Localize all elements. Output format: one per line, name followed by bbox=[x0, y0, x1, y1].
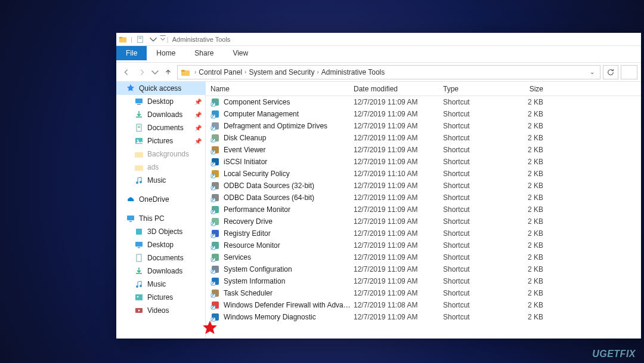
file-size: 2 KB bbox=[509, 170, 550, 178]
file-row[interactable]: System Configuration12/7/2019 11:09 AMSh… bbox=[206, 263, 641, 275]
file-list-pane: Name Date modified Type Size Component S… bbox=[206, 82, 641, 339]
file-row[interactable]: ODBC Data Sources (32-bit)12/7/2019 11:0… bbox=[206, 180, 641, 192]
desktop-icon bbox=[134, 240, 144, 250]
file-row[interactable]: Services12/7/2019 11:09 AMShortcut2 KB bbox=[206, 251, 641, 263]
svg-rect-9 bbox=[137, 104, 141, 105]
svg-rect-15 bbox=[135, 152, 143, 158]
file-row[interactable]: Event Viewer12/7/2019 11:09 AMShortcut2 … bbox=[206, 144, 641, 156]
file-icon bbox=[210, 97, 220, 107]
svg-rect-5 bbox=[160, 35, 165, 36]
sidebar-item-desktop[interactable]: Desktop bbox=[116, 238, 205, 251]
separator: | bbox=[131, 36, 132, 43]
sidebar-item-documents[interactable]: Documents bbox=[116, 251, 205, 264]
chevron-down-icon[interactable] bbox=[149, 35, 155, 44]
tab-view[interactable]: View bbox=[223, 46, 258, 60]
file-size: 2 KB bbox=[509, 110, 550, 118]
customize-qat-icon[interactable] bbox=[159, 35, 163, 44]
pictures-icon bbox=[134, 293, 144, 302]
svg-point-26 bbox=[140, 285, 142, 287]
sidebar-item-this-pc[interactable]: This PC bbox=[116, 212, 205, 225]
file-row[interactable]: Windows Defender Firewall with Advanc...… bbox=[206, 299, 641, 311]
file-row[interactable]: Performance Monitor12/7/2019 11:09 AMSho… bbox=[206, 204, 641, 216]
sidebar-item-pictures[interactable]: Pictures bbox=[116, 291, 205, 304]
sidebar-item-documents[interactable]: Documents 📌 bbox=[116, 121, 205, 134]
file-row[interactable]: ODBC Data Sources (64-bit)12/7/2019 11:0… bbox=[206, 192, 641, 204]
sidebar-item-3d-objects[interactable]: 3D Objects bbox=[116, 225, 205, 238]
address-bar[interactable]: › Control Panel › System and Security › … bbox=[177, 65, 600, 79]
refresh-button[interactable] bbox=[603, 65, 618, 79]
file-name: Performance Monitor bbox=[224, 205, 354, 214]
sidebar-item-label: Downloads bbox=[147, 110, 182, 119]
file-row[interactable]: Task Scheduler12/7/2019 11:09 AMShortcut… bbox=[206, 287, 641, 299]
music-icon bbox=[134, 176, 144, 185]
sidebar-item-recent[interactable]: ads bbox=[116, 161, 205, 174]
file-icon bbox=[210, 312, 220, 322]
sidebar-item-music[interactable]: Music bbox=[116, 278, 205, 291]
chevron-right-icon[interactable]: › bbox=[244, 69, 246, 75]
column-header-type[interactable]: Type bbox=[443, 85, 509, 93]
column-header-size[interactable]: Size bbox=[509, 85, 550, 93]
file-row[interactable]: Recovery Drive12/7/2019 11:09 AMShortcut… bbox=[206, 216, 641, 227]
sidebar-item-quick-access[interactable]: Quick access bbox=[116, 82, 205, 95]
file-type: Shortcut bbox=[443, 193, 509, 202]
properties-icon[interactable] bbox=[136, 35, 144, 44]
sidebar-item-pictures[interactable]: Pictures 📌 bbox=[116, 134, 205, 147]
file-row[interactable]: Computer Management12/7/2019 11:09 AMSho… bbox=[206, 108, 641, 120]
file-row[interactable]: iSCSI Initiator12/7/2019 11:09 AMShortcu… bbox=[206, 156, 641, 168]
file-list[interactable]: Component Services12/7/2019 11:09 AMShor… bbox=[206, 96, 641, 339]
breadcrumb[interactable]: Control Panel bbox=[199, 68, 242, 76]
sidebar-item-videos[interactable]: Videos bbox=[116, 304, 205, 317]
file-date: 12/7/2019 11:09 AM bbox=[354, 193, 443, 202]
file-name: Defragment and Optimize Drives bbox=[224, 122, 354, 130]
file-date: 12/7/2019 11:09 AM bbox=[354, 134, 443, 142]
address-dropdown[interactable]: ⌄ bbox=[586, 69, 599, 75]
back-button[interactable] bbox=[120, 66, 133, 79]
file-icon bbox=[210, 133, 220, 143]
file-row[interactable]: Disk Cleanup12/7/2019 11:09 AMShortcut2 … bbox=[206, 132, 641, 144]
file-name: Event Viewer bbox=[224, 146, 354, 154]
file-row[interactable]: Windows Memory Diagnostic12/7/2019 11:09… bbox=[206, 311, 641, 323]
file-date: 12/7/2019 11:09 AM bbox=[354, 229, 443, 238]
sidebar-item-downloads[interactable]: Downloads 📌 bbox=[116, 108, 205, 121]
breadcrumb[interactable]: System and Security bbox=[249, 68, 314, 76]
breadcrumb[interactable]: Administrative Tools bbox=[321, 68, 385, 76]
column-header-name[interactable]: Name bbox=[210, 85, 354, 93]
sidebar-item-onedrive[interactable]: OneDrive bbox=[116, 193, 205, 206]
file-row[interactable]: Defragment and Optimize Drives12/7/2019 … bbox=[206, 120, 641, 132]
file-icon bbox=[210, 193, 220, 202]
file-name: Task Scheduler bbox=[224, 289, 354, 297]
navigation-pane[interactable]: Quick access Desktop 📌 Downloads 📌 Docum… bbox=[116, 82, 206, 339]
recent-locations-button[interactable] bbox=[151, 66, 159, 79]
videos-icon bbox=[134, 306, 144, 315]
search-box[interactable] bbox=[621, 65, 637, 79]
file-size: 2 KB bbox=[509, 205, 550, 214]
column-header-date[interactable]: Date modified bbox=[354, 85, 443, 93]
separator: | bbox=[167, 36, 169, 43]
sidebar-item-music[interactable]: Music bbox=[116, 174, 205, 187]
svg-rect-3 bbox=[138, 37, 141, 38]
file-row[interactable]: Resource Monitor12/7/2019 11:09 AMShortc… bbox=[206, 239, 641, 251]
file-size: 2 KB bbox=[509, 217, 550, 226]
file-date: 12/7/2019 11:09 AM bbox=[354, 182, 443, 190]
sidebar-item-downloads[interactable]: Downloads bbox=[116, 264, 205, 278]
file-icon bbox=[210, 288, 220, 298]
tab-file[interactable]: File bbox=[116, 46, 147, 60]
tab-home[interactable]: Home bbox=[147, 46, 185, 60]
chevron-right-icon[interactable]: › bbox=[317, 69, 318, 75]
file-row[interactable]: Component Services12/7/2019 11:09 AMShor… bbox=[206, 96, 641, 108]
svg-point-14 bbox=[137, 140, 139, 141]
sidebar-item-recent[interactable]: Backgrounds bbox=[116, 147, 205, 161]
file-icon bbox=[210, 181, 220, 190]
file-date: 12/7/2019 11:09 AM bbox=[354, 241, 443, 250]
folder-icon bbox=[181, 67, 190, 77]
file-row[interactable]: Local Security Policy12/7/2019 11:10 AMS… bbox=[206, 168, 641, 180]
sidebar-item-desktop[interactable]: Desktop 📌 bbox=[116, 95, 205, 108]
tab-share[interactable]: Share bbox=[185, 46, 223, 60]
file-row[interactable]: System Information12/7/2019 11:09 AMShor… bbox=[206, 275, 641, 287]
file-row[interactable]: Registry Editor12/7/2019 11:09 AMShortcu… bbox=[206, 227, 641, 239]
forward-button[interactable] bbox=[135, 66, 148, 79]
file-date: 12/7/2019 11:09 AM bbox=[354, 146, 443, 154]
up-button[interactable] bbox=[162, 66, 175, 79]
svg-rect-23 bbox=[138, 247, 140, 248]
chevron-right-icon[interactable]: › bbox=[194, 69, 196, 75]
